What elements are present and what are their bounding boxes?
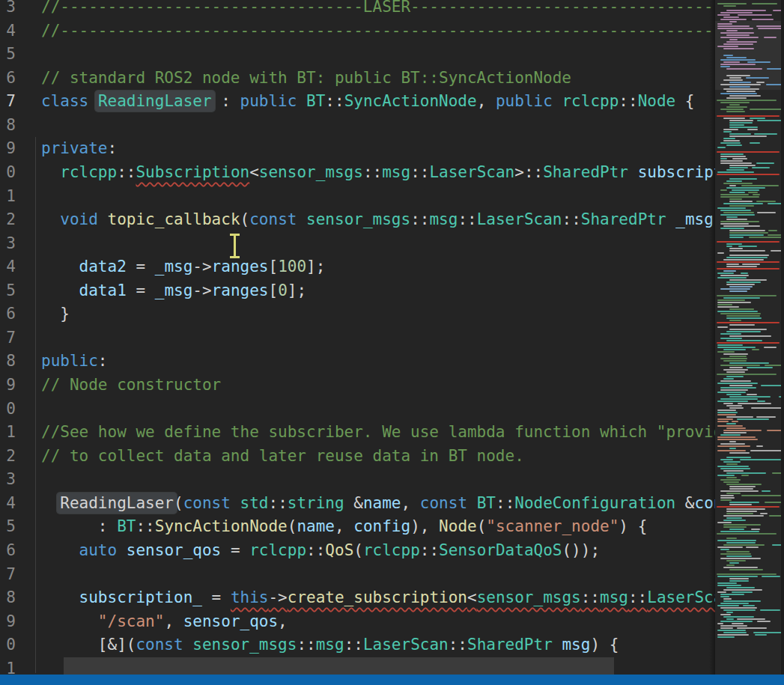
scrollbar[interactable] [781, 0, 784, 675]
status-bar[interactable] [0, 675, 784, 685]
code-line[interactable]: private: [41, 137, 709, 161]
code-line[interactable]: [&](const sensor_msgs::msg::LaserScan::S… [41, 633, 709, 657]
minimap-line [717, 445, 750, 447]
line-number[interactable]: 0 [0, 633, 18, 657]
code-token: :: [136, 517, 154, 535]
line-number[interactable]: 8 [0, 114, 18, 138]
minimap[interactable] [715, 0, 781, 675]
minimap-line [717, 585, 741, 586]
code-line[interactable] [41, 326, 709, 350]
code-line[interactable]: //--------------------------------------… [41, 19, 709, 43]
code-line[interactable]: ReadingLaser(const std::string &name, co… [41, 492, 709, 516]
minimap-line [768, 203, 781, 204]
minimap-line [720, 102, 750, 103]
minimap-line [717, 547, 743, 548]
code-token: msg [316, 636, 344, 654]
line-number[interactable]: 2 [0, 208, 18, 232]
line-number[interactable]: 4 [0, 255, 18, 279]
minimap-line [720, 553, 751, 555]
minimap-line [720, 194, 749, 195]
code-line[interactable] [41, 563, 709, 587]
code-token [41, 210, 60, 228]
code-line[interactable]: rclcpp::Subscription<sensor_msgs::msg::L… [41, 161, 709, 185]
minimap-line [717, 261, 780, 263]
line-number[interactable]: 6 [0, 302, 18, 326]
minimap-line [726, 371, 745, 373]
code-token: :: [117, 163, 136, 181]
minimap-line [729, 185, 736, 186]
line-number[interactable]: 7 [0, 563, 18, 587]
line-number[interactable]: 6 [0, 539, 18, 563]
code-area[interactable]: //--------------------------------LASER-… [41, 0, 709, 681]
code-token: ( [240, 210, 250, 228]
minimap-line [751, 529, 760, 530]
code-token: ]; [306, 258, 325, 275]
minimap-line [732, 189, 759, 191]
minimap-line [723, 183, 753, 184]
minimap-line [762, 490, 771, 492]
minimap-line [751, 407, 781, 409]
minimap-slider[interactable] [715, 21, 781, 90]
error-squiggle: create_subscription [288, 588, 467, 606]
code-line[interactable]: public: [41, 350, 709, 374]
minimap-line [729, 529, 744, 530]
line-number[interactable]: 7 [0, 326, 18, 350]
minimap-line [757, 401, 765, 402]
line-number[interactable]: 8 [0, 586, 18, 610]
line-number[interactable]: 2 [0, 445, 18, 469]
code-line[interactable]: class ReadingLaser : public BT::SyncActi… [41, 90, 709, 114]
code-line[interactable] [41, 114, 709, 138]
code-line[interactable] [41, 232, 709, 256]
code-line[interactable] [41, 185, 709, 209]
minimap-line [720, 380, 751, 382]
code-line[interactable] [41, 468, 709, 492]
code-token [41, 163, 60, 181]
code-line[interactable] [41, 43, 709, 67]
line-number[interactable]: 4 [0, 492, 18, 516]
code-line[interactable]: //--------------------------------LASER-… [41, 0, 709, 19]
line-number[interactable]: 1 [0, 421, 18, 445]
code-token: ranges [212, 281, 269, 299]
line-number[interactable]: 5 [0, 43, 18, 67]
code-token: :: [268, 494, 287, 512]
line-number[interactable]: 9 [0, 137, 18, 161]
minimap-line [729, 133, 751, 135]
code-line[interactable]: "/scan", sensor_qos, [41, 610, 709, 634]
minimap-line [752, 167, 770, 168]
line-number[interactable]: 6 [0, 67, 18, 91]
code-line[interactable]: subscription_ = this->create_subscriptio… [41, 586, 709, 610]
code-line[interactable]: // to collect data and later reuse data … [41, 445, 709, 469]
line-number[interactable]: 5 [0, 279, 18, 303]
code-line[interactable]: // Node constructor [41, 374, 709, 398]
minimap-line [717, 425, 743, 427]
line-number[interactable]: 9 [0, 610, 18, 634]
code-line[interactable]: //See how we define the subscriber. We u… [41, 421, 709, 445]
code-line[interactable]: data2 = _msg->ranges[100]; [41, 255, 709, 279]
error-squiggle: < [467, 588, 477, 606]
line-number[interactable]: 0 [0, 398, 18, 421]
line-number[interactable]: 8 [0, 350, 18, 374]
line-number[interactable]: 0 [0, 161, 18, 185]
code-token [41, 281, 79, 299]
line-number[interactable]: 3 [0, 0, 18, 19]
code-token: :: [449, 636, 467, 654]
line-number[interactable]: 3 [0, 232, 18, 256]
line-number[interactable]: 5 [0, 515, 18, 539]
line-number[interactable]: 3 [0, 468, 18, 492]
minimap-line [720, 19, 747, 20]
code-line[interactable]: void topic_callback(const sensor_msgs::m… [41, 208, 709, 232]
line-number[interactable]: 7 [0, 90, 18, 114]
code-line[interactable] [41, 398, 709, 421]
line-number[interactable]: 4 [0, 19, 18, 43]
line-number[interactable]: 1 [0, 185, 18, 209]
minimap-line [773, 10, 781, 11]
code-line[interactable]: : BT::SyncActionNode(name, config), Node… [41, 515, 709, 539]
code-line[interactable]: // standard ROS2 node with BT: public BT… [41, 67, 709, 91]
minimap-line [723, 369, 748, 371]
code-line[interactable]: data1 = _msg->ranges[0]; [41, 279, 709, 303]
code-line[interactable]: auto sensor_qos = rclcpp::QoS(rclcpp::Se… [41, 539, 709, 563]
code-token: const [183, 494, 231, 512]
code-token: :: [458, 210, 476, 228]
code-line[interactable]: } [41, 302, 709, 326]
line-number[interactable]: 9 [0, 374, 18, 398]
